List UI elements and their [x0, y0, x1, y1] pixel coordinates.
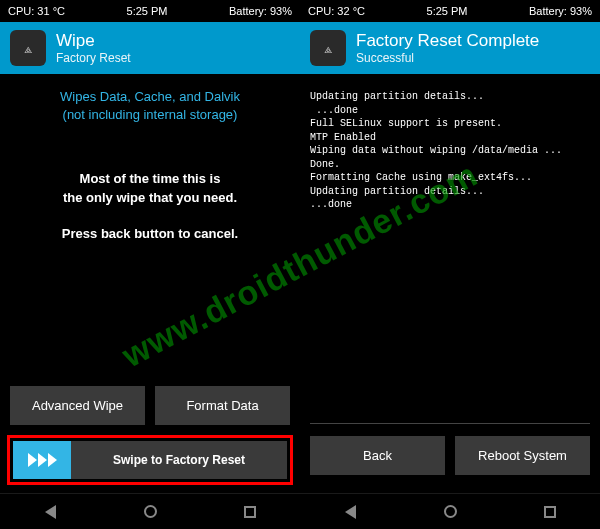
twrp-logo-icon: ⟁ — [310, 30, 346, 66]
header: ⟁ Factory Reset Complete Successful — [300, 22, 600, 74]
page-title: Wipe — [56, 31, 131, 51]
log-output: Updating partition details... ...done Fu… — [310, 88, 590, 424]
clock: 5:25 PM — [127, 5, 168, 17]
nav-bar — [300, 493, 600, 529]
battery: Battery: 93% — [529, 5, 592, 17]
wipe-info-line1: Most of the time this is — [10, 170, 290, 188]
swipe-highlight: Swipe to Factory Reset — [7, 435, 293, 485]
twrp-logo-icon: ⟁ — [10, 30, 46, 66]
wipe-description: Wipes Data, Cache, and Dalvik (not inclu… — [10, 88, 290, 243]
header: ⟁ Wipe Factory Reset — [0, 22, 300, 74]
wipe-desc-line2: (not including internal storage) — [10, 106, 290, 124]
nav-home-icon[interactable] — [141, 503, 159, 521]
nav-recent-icon[interactable] — [541, 503, 559, 521]
wipe-info-line2: the only wipe that you need. — [10, 189, 290, 207]
page-subtitle: Successful — [356, 51, 539, 65]
clock: 5:25 PM — [427, 5, 468, 17]
reboot-system-button[interactable]: Reboot System — [455, 436, 590, 475]
nav-home-icon[interactable] — [441, 503, 459, 521]
nav-recent-icon[interactable] — [241, 503, 259, 521]
status-bar: CPU: 31 °C 5:25 PM Battery: 93% — [0, 0, 300, 22]
cpu-temp: CPU: 31 °C — [8, 5, 65, 17]
page-subtitle: Factory Reset — [56, 51, 131, 65]
wipe-cancel-hint: Press back button to cancel. — [10, 225, 290, 243]
back-button[interactable]: Back — [310, 436, 445, 475]
nav-back-icon[interactable] — [41, 503, 59, 521]
page-title: Factory Reset Complete — [356, 31, 539, 51]
advanced-wipe-button[interactable]: Advanced Wipe — [10, 386, 145, 425]
format-data-button[interactable]: Format Data — [155, 386, 290, 425]
swipe-thumb-icon[interactable] — [13, 441, 71, 479]
swipe-to-factory-reset[interactable]: Swipe to Factory Reset — [13, 441, 287, 479]
screen-wipe: CPU: 31 °C 5:25 PM Battery: 93% ⟁ Wipe F… — [0, 0, 300, 529]
cpu-temp: CPU: 32 °C — [308, 5, 365, 17]
wipe-desc-line1: Wipes Data, Cache, and Dalvik — [10, 88, 290, 106]
nav-bar — [0, 493, 300, 529]
log-text: Updating partition details... ...done Fu… — [310, 88, 590, 212]
swipe-label: Swipe to Factory Reset — [71, 453, 287, 467]
nav-back-icon[interactable] — [341, 503, 359, 521]
battery: Battery: 93% — [229, 5, 292, 17]
screen-complete: CPU: 32 °C 5:25 PM Battery: 93% ⟁ Factor… — [300, 0, 600, 529]
status-bar: CPU: 32 °C 5:25 PM Battery: 93% — [300, 0, 600, 22]
